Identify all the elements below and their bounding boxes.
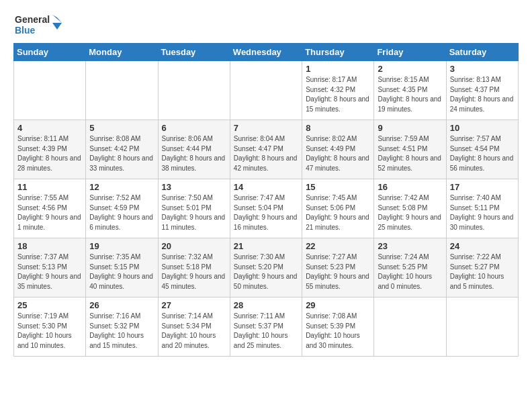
day-detail: Sunrise: 7:22 AM Sunset: 5:27 PM Dayligh… (450, 253, 515, 291)
calendar-cell: 18Sunrise: 7:37 AM Sunset: 5:13 PM Dayli… (14, 238, 86, 298)
day-number: 10 (450, 123, 515, 133)
calendar-cell (230, 61, 302, 120)
day-detail: Sunrise: 7:42 AM Sunset: 5:08 PM Dayligh… (378, 193, 442, 232)
calendar-cell (158, 61, 230, 120)
calendar-cell: 1Sunrise: 8:17 AM Sunset: 4:32 PM Daylig… (302, 61, 374, 120)
calendar-cell: 16Sunrise: 7:42 AM Sunset: 5:08 PM Dayli… (374, 179, 446, 238)
day-number: 7 (234, 123, 298, 133)
calendar-cell: 23Sunrise: 7:24 AM Sunset: 5:25 PM Dayli… (374, 238, 446, 298)
day-detail: Sunrise: 7:55 AM Sunset: 4:56 PM Dayligh… (17, 193, 82, 232)
calendar-cell: 12Sunrise: 7:52 AM Sunset: 4:59 PM Dayli… (86, 179, 158, 238)
svg-text:Blue: Blue (15, 25, 36, 36)
day-detail: Sunrise: 7:57 AM Sunset: 4:54 PM Dayligh… (450, 134, 515, 173)
weekday-header-row: SundayMondayTuesdayWednesdayThursdayFrid… (14, 44, 519, 61)
svg-marker-2 (52, 15, 62, 23)
day-detail: Sunrise: 7:37 AM Sunset: 5:13 PM Dayligh… (17, 253, 82, 291)
calendar-cell: 6Sunrise: 8:06 AM Sunset: 4:44 PM Daylig… (158, 120, 230, 179)
page: GeneralBlue SundayMondayTuesdayWednesday… (0, 0, 532, 363)
day-number: 29 (306, 300, 370, 310)
day-detail: Sunrise: 8:04 AM Sunset: 4:47 PM Dayligh… (234, 134, 298, 173)
calendar-week-row: 1Sunrise: 8:17 AM Sunset: 4:32 PM Daylig… (14, 61, 519, 120)
logo: GeneralBlue (13, 11, 67, 38)
day-detail: Sunrise: 7:45 AM Sunset: 5:06 PM Dayligh… (306, 193, 370, 232)
header: GeneralBlue (13, 11, 519, 38)
day-number: 22 (306, 241, 370, 251)
calendar-cell: 2Sunrise: 8:15 AM Sunset: 4:35 PM Daylig… (374, 61, 446, 120)
day-detail: Sunrise: 7:35 AM Sunset: 5:15 PM Dayligh… (89, 253, 154, 291)
day-number: 14 (234, 182, 298, 192)
weekday-header: Wednesday (230, 44, 302, 61)
day-number: 15 (306, 182, 370, 192)
day-number: 6 (162, 123, 226, 133)
day-number: 4 (17, 123, 82, 133)
day-detail: Sunrise: 8:06 AM Sunset: 4:44 PM Dayligh… (162, 134, 226, 173)
calendar-cell: 13Sunrise: 7:50 AM Sunset: 5:01 PM Dayli… (158, 179, 230, 238)
calendar-cell: 26Sunrise: 7:16 AM Sunset: 5:32 PM Dayli… (86, 298, 158, 357)
day-number: 25 (17, 300, 82, 310)
day-number: 17 (450, 182, 515, 192)
day-number: 18 (17, 241, 82, 251)
calendar-cell (14, 61, 86, 120)
calendar-week-row: 11Sunrise: 7:55 AM Sunset: 4:56 PM Dayli… (14, 179, 519, 238)
day-number: 16 (378, 182, 442, 192)
day-detail: Sunrise: 7:52 AM Sunset: 4:59 PM Dayligh… (89, 193, 154, 232)
day-detail: Sunrise: 7:50 AM Sunset: 5:01 PM Dayligh… (162, 193, 226, 232)
calendar-cell: 25Sunrise: 7:19 AM Sunset: 5:30 PM Dayli… (14, 298, 86, 357)
svg-marker-3 (52, 23, 62, 30)
day-detail: Sunrise: 7:24 AM Sunset: 5:25 PM Dayligh… (378, 253, 442, 291)
calendar-cell: 29Sunrise: 7:08 AM Sunset: 5:39 PM Dayli… (302, 298, 374, 357)
day-number: 2 (378, 64, 442, 74)
day-detail: Sunrise: 7:30 AM Sunset: 5:20 PM Dayligh… (234, 253, 298, 291)
weekday-header: Tuesday (158, 44, 230, 61)
calendar-cell: 19Sunrise: 7:35 AM Sunset: 5:15 PM Dayli… (86, 238, 158, 298)
calendar-cell: 22Sunrise: 7:27 AM Sunset: 5:23 PM Dayli… (302, 238, 374, 298)
day-detail: Sunrise: 7:47 AM Sunset: 5:04 PM Dayligh… (234, 193, 298, 232)
day-number: 3 (450, 64, 515, 74)
calendar-cell: 3Sunrise: 8:13 AM Sunset: 4:37 PM Daylig… (446, 61, 518, 120)
day-number: 23 (378, 241, 442, 251)
calendar-cell: 7Sunrise: 8:04 AM Sunset: 4:47 PM Daylig… (230, 120, 302, 179)
day-number: 28 (234, 300, 298, 310)
day-number: 19 (89, 241, 154, 251)
day-detail: Sunrise: 8:08 AM Sunset: 4:42 PM Dayligh… (89, 134, 154, 173)
svg-text:General: General (15, 14, 50, 25)
day-detail: Sunrise: 8:02 AM Sunset: 4:49 PM Dayligh… (306, 134, 370, 173)
day-number: 20 (162, 241, 226, 251)
day-detail: Sunrise: 7:40 AM Sunset: 5:11 PM Dayligh… (450, 193, 515, 232)
calendar-cell: 17Sunrise: 7:40 AM Sunset: 5:11 PM Dayli… (446, 179, 518, 238)
day-detail: Sunrise: 7:08 AM Sunset: 5:39 PM Dayligh… (306, 312, 370, 351)
calendar-cell (446, 298, 518, 357)
calendar-cell: 20Sunrise: 7:32 AM Sunset: 5:18 PM Dayli… (158, 238, 230, 298)
calendar-cell: 21Sunrise: 7:30 AM Sunset: 5:20 PM Dayli… (230, 238, 302, 298)
day-number: 27 (162, 300, 226, 310)
day-number: 24 (450, 241, 515, 251)
day-detail: Sunrise: 8:13 AM Sunset: 4:37 PM Dayligh… (450, 75, 515, 114)
day-detail: Sunrise: 8:11 AM Sunset: 4:39 PM Dayligh… (17, 134, 82, 173)
calendar-week-row: 18Sunrise: 7:37 AM Sunset: 5:13 PM Dayli… (14, 238, 519, 298)
calendar-cell: 24Sunrise: 7:22 AM Sunset: 5:27 PM Dayli… (446, 238, 518, 298)
day-number: 5 (89, 123, 154, 133)
day-detail: Sunrise: 7:59 AM Sunset: 4:51 PM Dayligh… (378, 134, 442, 173)
day-detail: Sunrise: 7:32 AM Sunset: 5:18 PM Dayligh… (162, 253, 226, 291)
calendar-cell (374, 298, 446, 357)
calendar-cell: 5Sunrise: 8:08 AM Sunset: 4:42 PM Daylig… (86, 120, 158, 179)
day-detail: Sunrise: 8:17 AM Sunset: 4:32 PM Dayligh… (306, 75, 370, 114)
calendar: SundayMondayTuesdayWednesdayThursdayFrid… (13, 43, 519, 357)
day-number: 11 (17, 182, 82, 192)
logo-icon: GeneralBlue (13, 11, 67, 38)
calendar-week-row: 4Sunrise: 8:11 AM Sunset: 4:39 PM Daylig… (14, 120, 519, 179)
day-number: 13 (162, 182, 226, 192)
day-number: 26 (89, 300, 154, 310)
calendar-cell: 4Sunrise: 8:11 AM Sunset: 4:39 PM Daylig… (14, 120, 86, 179)
weekday-header: Friday (374, 44, 446, 61)
weekday-header: Sunday (14, 44, 86, 61)
calendar-cell (86, 61, 158, 120)
calendar-cell: 8Sunrise: 8:02 AM Sunset: 4:49 PM Daylig… (302, 120, 374, 179)
day-detail: Sunrise: 7:19 AM Sunset: 5:30 PM Dayligh… (17, 312, 82, 351)
day-number: 21 (234, 241, 298, 251)
day-number: 1 (306, 64, 370, 74)
day-number: 9 (378, 123, 442, 133)
calendar-cell: 9Sunrise: 7:59 AM Sunset: 4:51 PM Daylig… (374, 120, 446, 179)
day-detail: Sunrise: 7:27 AM Sunset: 5:23 PM Dayligh… (306, 253, 370, 291)
weekday-header: Thursday (302, 44, 374, 61)
